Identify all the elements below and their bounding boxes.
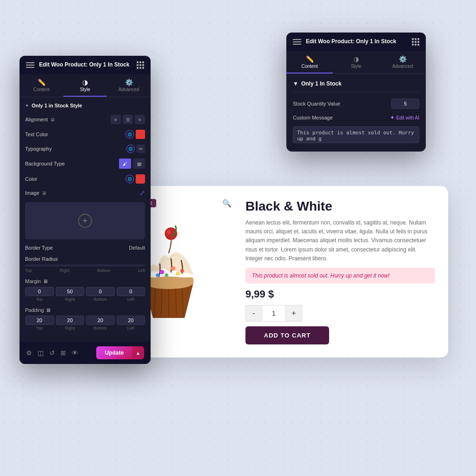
settings-icon[interactable]: ⚙ <box>26 349 32 357</box>
margin-right-input[interactable] <box>56 287 85 296</box>
tab-style-right[interactable]: ◑ Style <box>333 51 379 73</box>
margin-left-input[interactable] <box>117 287 145 296</box>
margin-top-label: Top <box>36 297 43 302</box>
update-group: Update ▲ <box>96 346 144 359</box>
left-panel-header: Edit Woo Product: Only 1 In Stock <box>20 56 151 74</box>
text-color-swatch[interactable] <box>136 130 145 139</box>
right-hamburger-icon[interactable] <box>293 39 301 45</box>
typography-row: Typography 🌐 ✏ <box>25 145 145 153</box>
right-panel: Edit Woo Product: Only 1 In Stock ✏️ Con… <box>286 33 426 152</box>
preview-icon[interactable]: 👁 <box>72 349 78 357</box>
product-title: Black & White <box>245 199 435 214</box>
qty-decrease-button[interactable]: - <box>245 305 262 322</box>
text-color-globe[interactable]: 🌐 <box>126 130 134 139</box>
align-left-btn[interactable]: ≡ <box>111 115 121 124</box>
right-content-icon: ✏️ <box>306 56 314 62</box>
custom-message-label: Custom Message <box>293 115 333 120</box>
right-grid-icon[interactable] <box>412 38 419 46</box>
bg-type-paint[interactable]: 🖌 <box>119 159 131 169</box>
stock-qty-input[interactable] <box>391 99 419 109</box>
radius-label-right: Right <box>60 268 69 273</box>
border-radius-section: Border Radius Top Right Bottom Left <box>25 256 145 273</box>
tab-style-left[interactable]: ◑ Style <box>63 74 107 97</box>
text-color-controls: 🌐 <box>126 130 145 139</box>
padding-bottom-label: Bottom <box>93 326 107 331</box>
update-chevron-button[interactable]: ▲ <box>132 346 144 359</box>
padding-inputs: Top Right Bottom Left <box>25 316 145 331</box>
content-section-title: ▼ Only 1 In Stock <box>293 80 419 92</box>
stock-qty-row: Stock Quantity Value <box>293 99 419 109</box>
svg-point-13 <box>165 227 177 240</box>
content-tab-icon: ✏️ <box>38 79 46 86</box>
right-panel-header-left: Edit Woo Product: Only 1 In Stock <box>293 38 396 46</box>
bg-type-image[interactable]: ▦ <box>133 159 145 169</box>
tab-advanced-right[interactable]: ⚙️ Advanced <box>379 51 426 73</box>
bg-type-controls: 🖌 ▦ <box>119 159 145 169</box>
margin-title: Margin 🖥 <box>25 278 145 284</box>
padding-bottom-input[interactable] <box>86 316 115 325</box>
right-panel-title: Edit Woo Product: Only 1 In Stock <box>306 38 396 46</box>
right-advanced-icon: ⚙️ <box>399 56 407 62</box>
padding-bottom-group: Bottom <box>86 316 115 331</box>
product-price: 9,99 $ <box>245 288 435 300</box>
qty-value: 1 <box>262 305 285 322</box>
color-controls: 🌐 <box>126 174 145 184</box>
margin-bottom-input[interactable] <box>86 287 115 296</box>
padding-right-input[interactable] <box>56 316 85 325</box>
padding-top-input[interactable] <box>25 316 54 325</box>
margin-right-label: Right <box>65 297 75 302</box>
advanced-tab-icon: ⚙️ <box>125 79 133 86</box>
tab-content-right[interactable]: ✏️ Content <box>286 51 333 73</box>
color-label: Color <box>25 176 37 182</box>
history-icon[interactable]: ↺ <box>49 349 55 357</box>
padding-left-input[interactable] <box>117 316 145 325</box>
image-upload-area[interactable]: + <box>25 202 145 239</box>
alignment-controls: ≡ ☰ ≡ <box>111 115 145 124</box>
svg-point-12 <box>180 269 184 273</box>
margin-top-input[interactable] <box>25 287 54 296</box>
ai-star-icon: ✦ <box>390 114 395 121</box>
align-center-btn[interactable]: ☰ <box>123 115 133 124</box>
typography-edit[interactable]: ✏ <box>137 145 145 153</box>
image-row: Image 🖥 ⤢ <box>25 189 145 197</box>
border-type-row: Border Type Default <box>25 245 145 251</box>
custom-message-textarea[interactable] <box>293 126 419 143</box>
radius-label-top: Top <box>25 268 32 273</box>
qty-increase-button[interactable]: + <box>285 305 302 322</box>
margin-inputs: Top Right Bottom Left <box>25 287 145 302</box>
color-swatch[interactable] <box>136 174 145 184</box>
image-expand-icon[interactable]: ⤢ <box>139 189 145 197</box>
image-controls: ⤢ <box>139 189 145 197</box>
tab-content-left[interactable]: ✏️ Content <box>20 74 63 97</box>
grid-icon[interactable] <box>137 61 144 69</box>
left-panel-title: Edit Woo Product: Only 1 In Stock <box>39 61 129 69</box>
svg-point-14 <box>166 230 171 234</box>
add-to-cart-button[interactable]: ADD TO CART <box>245 326 329 344</box>
align-right-btn[interactable]: ≡ <box>135 115 145 124</box>
border-type-label: Border Type <box>25 245 53 251</box>
search-button[interactable]: 🔍 <box>222 199 231 208</box>
monitor-icon: 🖥 <box>50 117 55 122</box>
tab-advanced-left[interactable]: ⚙️ Advanced <box>107 74 151 97</box>
padding-section: Padding 🖥 Top Right Bottom Lef <box>25 307 145 331</box>
monitor-icon-margin: 🖥 <box>43 278 48 284</box>
color-globe[interactable]: 🌐 <box>126 175 134 183</box>
radius-slider[interactable] <box>25 264 145 266</box>
padding-left-label: Left <box>127 326 134 331</box>
responsive-icon[interactable]: ⊞ <box>60 349 66 357</box>
margin-bottom-label: Bottom <box>93 297 107 302</box>
stock-qty-label: Stock Quantity Value <box>293 101 340 106</box>
svg-point-7 <box>160 270 165 275</box>
svg-point-9 <box>165 273 168 277</box>
ai-edit-button[interactable]: ✦ Edit with AI <box>390 114 419 121</box>
svg-rect-6 <box>144 278 193 284</box>
bg-type-label: Background Type <box>25 161 65 166</box>
alignment-label: Alignment 🖥 <box>25 117 55 122</box>
update-button[interactable]: Update <box>96 346 132 359</box>
layers-icon[interactable]: ◫ <box>38 349 44 357</box>
padding-left-group: Left <box>117 316 145 331</box>
hamburger-icon[interactable] <box>26 62 34 68</box>
typography-globe[interactable]: 🌐 <box>126 145 135 153</box>
image-monitor-icon: 🖥 <box>42 191 46 196</box>
padding-right-group: Right <box>56 316 85 331</box>
